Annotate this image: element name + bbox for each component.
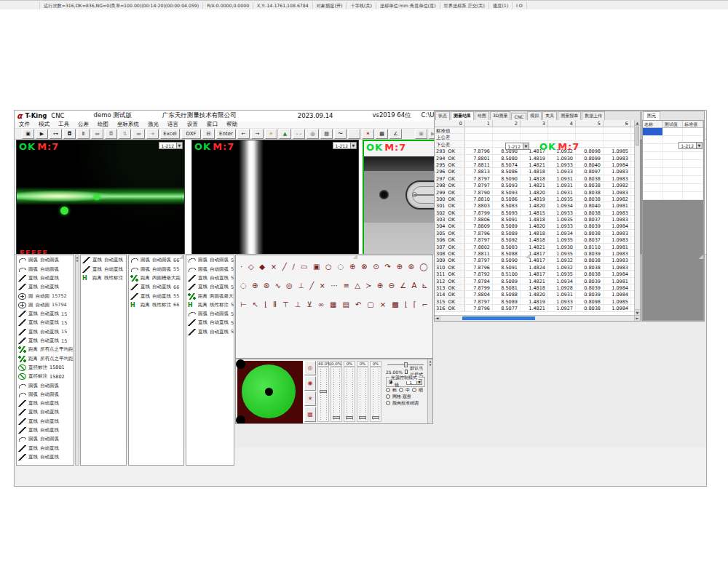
result-cell[interactable] bbox=[663, 176, 684, 183]
measure-tool-icon[interactable]: ∕ bbox=[293, 263, 295, 271]
measure-tool-icon[interactable]: ◌ bbox=[240, 282, 247, 290]
measure-tool-icon[interactable]: ⋯ bbox=[331, 282, 338, 290]
light-channel-slider[interactable]: 40.0% bbox=[317, 361, 329, 422]
toolbar-button[interactable]: ▨ bbox=[320, 129, 333, 139]
menu-item[interactable]: 窗口 bbox=[202, 121, 222, 128]
element-list-item[interactable]: 圆弧自动圆弧 bbox=[17, 256, 74, 265]
measurement-row[interactable]: 299 OK7.87908.50931.48201.09310.80381.09… bbox=[435, 189, 640, 196]
result-cell[interactable] bbox=[663, 192, 684, 199]
slider-handle[interactable] bbox=[372, 416, 379, 419]
result-cell[interactable] bbox=[683, 168, 703, 175]
measure-tool-icon[interactable]: ╱ bbox=[282, 263, 287, 271]
measurement-row[interactable]: 301 OK7.88038.50831.48201.09340.80401.09… bbox=[435, 202, 640, 209]
measurement-row[interactable]: 310 OK7.87968.50911.48241.09320.80381.09… bbox=[435, 264, 640, 271]
toolbar-button[interactable] bbox=[348, 129, 360, 139]
toolbar-button[interactable]: ▣ bbox=[415, 129, 427, 139]
measure-tool-icon[interactable]: ⊗ bbox=[361, 263, 367, 271]
measure-tool-icon[interactable]: ⊙ bbox=[373, 263, 379, 271]
menu-item[interactable]: 模式 bbox=[34, 121, 54, 128]
ring-light-joystick[interactable] bbox=[237, 361, 303, 423]
result-cell[interactable] bbox=[683, 128, 703, 135]
measure-tool-icon[interactable]: ○ bbox=[325, 263, 332, 271]
measure-tool-icon[interactable]: ▢ bbox=[367, 300, 373, 309]
scroll-up-icon[interactable]: ▲ bbox=[635, 120, 640, 126]
tab-3D测量[interactable]: 3D测量 bbox=[490, 111, 510, 120]
element-list-item[interactable]: 直线自动直线 bbox=[17, 399, 74, 407]
toolbar-button[interactable]: ◘ bbox=[63, 129, 76, 139]
result-cell[interactable] bbox=[663, 168, 684, 175]
result-col-header[interactable]: 测试值 bbox=[663, 121, 684, 127]
toolbar-button[interactable]: ▶ bbox=[36, 129, 48, 139]
toolbar-button[interactable]: ✶ bbox=[362, 129, 374, 139]
scroll-thumb[interactable] bbox=[636, 127, 639, 146]
slider-handle[interactable] bbox=[320, 390, 327, 393]
tab-测量结果[interactable]: 测量结果 bbox=[451, 111, 474, 120]
measure-tool-icon[interactable]: ⌊ bbox=[405, 300, 408, 309]
slider-track[interactable] bbox=[317, 367, 329, 422]
slider-track[interactable] bbox=[370, 367, 381, 422]
result-row[interactable] bbox=[643, 128, 703, 136]
toolbar-button[interactable]: Enter bbox=[216, 129, 236, 139]
menu-item[interactable]: 设置 bbox=[183, 121, 202, 128]
measure-tool-icon[interactable]: ▩ bbox=[392, 300, 398, 309]
result-cell[interactable] bbox=[663, 152, 684, 159]
lens-zoom-select[interactable]: 1-212▼ bbox=[678, 142, 703, 149]
slider-track[interactable] bbox=[344, 367, 355, 422]
toolbar-button[interactable]: ▩ bbox=[376, 129, 388, 139]
tab-状态[interactable]: 状态 bbox=[435, 111, 450, 120]
chevron-down-icon[interactable]: ▼ bbox=[176, 143, 182, 148]
toolbar-button[interactable]: DXF bbox=[181, 129, 201, 139]
color-cal-radio[interactable] bbox=[386, 401, 390, 405]
light-master-slider[interactable] bbox=[387, 362, 424, 367]
menu-item[interactable]: 绘图 bbox=[93, 121, 113, 128]
column-header[interactable]: 1 bbox=[465, 120, 493, 127]
measure-tool-icon[interactable]: ⊢ bbox=[240, 300, 247, 309]
toolbar-button[interactable]: ▬ bbox=[132, 129, 145, 139]
tab-CNC[interactable]: CNC bbox=[511, 113, 526, 120]
tab-测量报单[interactable]: 测量报单 bbox=[558, 111, 581, 120]
element-list-item[interactable]: 圆弧自动圆弧55 bbox=[129, 265, 183, 274]
light-channel-slider[interactable]: 0.0% bbox=[331, 361, 342, 422]
measure-tool-icon[interactable]: ↶ bbox=[355, 300, 361, 309]
element-list-item[interactable]: 直线自动直线15 bbox=[17, 319, 74, 327]
measure-tool-icon[interactable]: ⊛ bbox=[408, 263, 414, 271]
scroll-thumb[interactable] bbox=[462, 316, 535, 320]
measure-tool-icon[interactable]: ⊕ bbox=[252, 282, 258, 290]
result-cell[interactable] bbox=[643, 144, 663, 151]
result-cell[interactable] bbox=[643, 168, 663, 175]
element-list-item[interactable]: 圆弧自动圆弧 bbox=[17, 381, 74, 390]
measure-tool-icon[interactable]: ∞ bbox=[318, 300, 324, 309]
light-channel-slider[interactable]: 0% bbox=[370, 361, 381, 422]
measure-tool-icon[interactable]: ⌊ bbox=[264, 300, 267, 309]
element-list-item[interactable]: 直线自动直线55 bbox=[186, 327, 234, 336]
result-col-header[interactable]: 标准值 bbox=[683, 121, 703, 127]
chevron-down-icon[interactable]: ▼ bbox=[350, 143, 356, 148]
element-list-item[interactable]: 直线自动直线 bbox=[17, 426, 74, 434]
measure-tool-icon[interactable]: ▦ bbox=[330, 300, 336, 309]
result-cell[interactable] bbox=[643, 136, 663, 143]
measure-tool-icon[interactable]: ⊾ bbox=[422, 282, 428, 290]
grid-observe-radio[interactable] bbox=[386, 394, 390, 399]
measure-tool-icon[interactable]: ⨯ bbox=[271, 263, 277, 271]
results-vertical-scrollbar[interactable]: ▲ ▼ bbox=[634, 120, 640, 315]
scroll-left-icon[interactable]: ◄ bbox=[435, 316, 440, 321]
measure-tool-icon[interactable]: ⌈ bbox=[414, 300, 416, 309]
slider-handle[interactable] bbox=[333, 416, 340, 419]
measure-tool-icon[interactable]: ⊖ bbox=[389, 282, 395, 290]
element-list-item[interactable]: 直线自动直线55 bbox=[129, 292, 183, 300]
toolbar-button[interactable]: Excel bbox=[160, 129, 180, 139]
menu-item[interactable]: 文件 bbox=[15, 121, 34, 128]
measure-tool-icon[interactable]: A bbox=[411, 282, 416, 290]
result-col-header[interactable]: 名称 bbox=[643, 121, 663, 127]
light-mode-button[interactable]: ◎ bbox=[304, 361, 316, 375]
element-list-item[interactable]: 圆弧自动圆弧 bbox=[17, 265, 74, 274]
light-mode-button[interactable]: ◉ bbox=[304, 376, 316, 391]
element-list-item[interactable]: 圆弧自动圆弧55 bbox=[186, 309, 234, 318]
lens-zoom-select[interactable]: 1-212▼ bbox=[505, 143, 529, 150]
measurement-row[interactable]: 306 OK7.87978.50921.48181.09350.80371.09… bbox=[435, 236, 640, 243]
measure-tool-icon[interactable]: ⊕ bbox=[396, 263, 402, 271]
column-header[interactable]: 4 bbox=[548, 120, 576, 127]
camera-view-2[interactable]: OKM:7 1-212▼ ◢ bbox=[191, 140, 359, 260]
element-list-item[interactable]: 距离所有点之平均距 bbox=[17, 354, 74, 363]
menu-item[interactable]: 公差 bbox=[74, 121, 93, 128]
